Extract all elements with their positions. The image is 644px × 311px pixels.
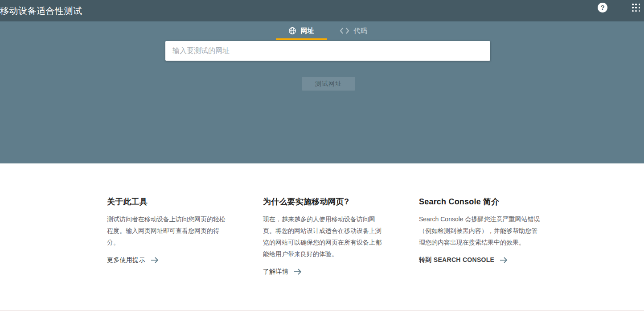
hero-section: 网址 代码 测试网址 <box>0 21 644 164</box>
info-card-search-console: Search Console 简介 Search Console 会提醒您注意严… <box>419 196 540 264</box>
apps-grid-icon[interactable] <box>632 4 640 12</box>
info-heading: 为什么要实施移动网页? <box>263 196 384 207</box>
info-section: 关于此工具 测试访问者在移动设备上访问您网页的轻松程度。输入网页网址即可查看您网… <box>0 165 644 310</box>
tab-code-label: 代码 <box>354 27 368 35</box>
info-heading: 关于此工具 <box>107 196 228 207</box>
test-url-button[interactable]: 测试网址 <box>302 77 355 91</box>
tab-url[interactable]: 网址 <box>276 21 327 40</box>
arrow-right-icon <box>151 257 159 264</box>
arrow-right-icon <box>500 257 508 264</box>
arrow-right-icon <box>294 268 302 275</box>
tab-code[interactable]: 代码 <box>327 21 380 40</box>
goto-search-console-link-label: 转到 SEARCH CONSOLE <box>419 256 494 264</box>
app-header: 移动设备适合性测试 ? <box>0 0 644 21</box>
info-body: Search Console 会提醒您注意严重网站错误（例如检测到被黑内容），并… <box>419 213 540 248</box>
more-tips-link[interactable]: 更多使用提示 <box>107 256 159 264</box>
page-title: 移动设备适合性测试 <box>0 5 82 17</box>
tab-url-label: 网址 <box>301 27 315 35</box>
globe-icon <box>288 27 296 35</box>
info-heading: Search Console 简介 <box>419 196 540 207</box>
tab-bar: 网址 代码 <box>276 21 380 40</box>
info-card-about-tool: 关于此工具 测试访问者在移动设备上访问您网页的轻松程度。输入网页网址即可查看您网… <box>107 196 228 264</box>
goto-search-console-link[interactable]: 转到 SEARCH CONSOLE <box>419 256 508 264</box>
url-input[interactable] <box>165 41 490 61</box>
info-body: 测试访问者在移动设备上访问您网页的轻松程度。输入网页网址即可查看您网页的得分。 <box>107 213 228 248</box>
more-tips-link-label: 更多使用提示 <box>107 256 145 264</box>
learn-more-link-label: 了解详情 <box>263 268 288 276</box>
learn-more-link[interactable]: 了解详情 <box>263 268 302 276</box>
info-body: 现在，越来越多的人使用移动设备访问网页。将您的网站设计成适合在移动设备上浏览的网… <box>263 213 384 260</box>
code-icon <box>340 27 349 34</box>
help-icon[interactable]: ? <box>598 3 607 12</box>
info-card-why-mobile: 为什么要实施移动网页? 现在，越来越多的人使用移动设备访问网页。将您的网站设计成… <box>263 196 384 276</box>
